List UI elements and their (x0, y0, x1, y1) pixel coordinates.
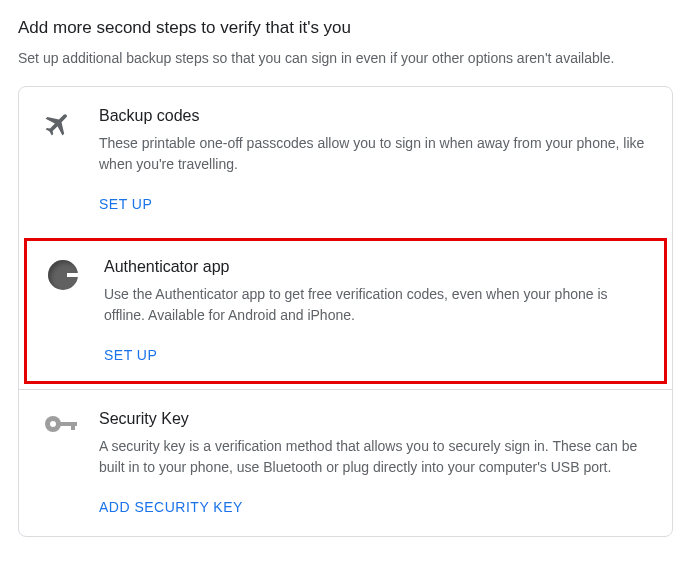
option-authenticator-app: Authenticator app Use the Authenticator … (24, 238, 667, 384)
security-key-add-button[interactable]: ADD SECURITY KEY (99, 499, 243, 515)
backup-codes-description: These printable one-off passcodes allow … (99, 133, 648, 175)
option-security-key: Security Key A security key is a verific… (19, 389, 672, 536)
second-steps-card: Backup codes These printable one-off pas… (18, 86, 673, 537)
authenticator-title: Authenticator app (104, 258, 643, 276)
backup-codes-setup-button[interactable]: SET UP (99, 196, 152, 212)
svg-rect-3 (71, 422, 75, 430)
authenticator-description: Use the Authenticator app to get free ve… (104, 284, 643, 326)
key-icon (43, 412, 79, 440)
security-key-title: Security Key (99, 410, 648, 428)
backup-codes-title: Backup codes (99, 107, 648, 125)
page-subtitle: Set up additional backup steps so that y… (18, 50, 673, 66)
svg-point-1 (50, 421, 56, 427)
security-key-description: A security key is a verification method … (99, 436, 648, 478)
airplane-icon (43, 109, 73, 143)
authenticator-setup-button[interactable]: SET UP (104, 347, 157, 363)
authenticator-icon (48, 260, 78, 290)
option-backup-codes: Backup codes These printable one-off pas… (19, 87, 672, 233)
page-title: Add more second steps to verify that it'… (18, 18, 673, 38)
